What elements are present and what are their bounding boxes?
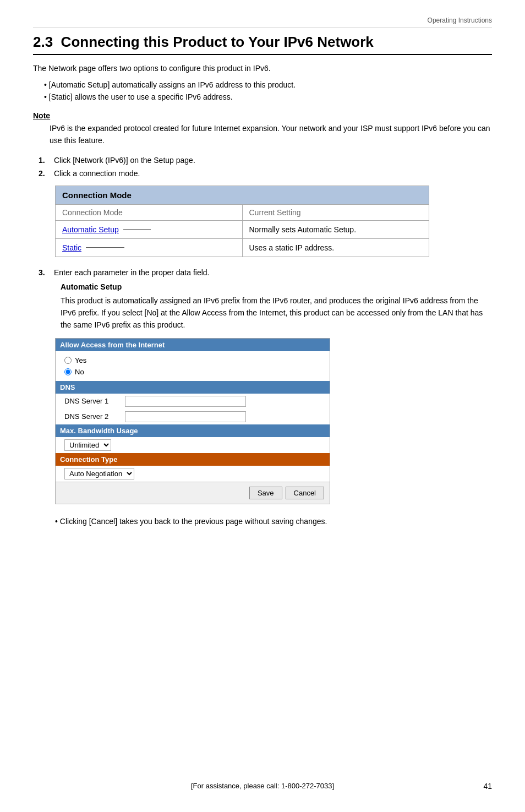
section-title: 2.3 Connecting this Product to Your IPv6…	[33, 34, 492, 55]
connection-mode-table: Connection Mode Connection Mode Current …	[55, 186, 429, 257]
intro-bullets: [Automatic Setup] automatically assigns …	[44, 79, 492, 103]
connection-type-row: Auto Negotiation	[56, 466, 330, 482]
step-1-number: 1.	[39, 156, 50, 165]
static-link[interactable]: Static	[62, 243, 81, 252]
auto-setup-text: This product is automatically assigned a…	[61, 295, 492, 331]
step-2-text: Click a connection mode.	[54, 169, 140, 178]
step-3-text: Enter each parameter in the proper data …	[54, 268, 210, 277]
intro-text: The Network page offers two options to c…	[33, 63, 492, 74]
section-heading: Connecting this Product to Your IPv6 Net…	[61, 34, 374, 50]
bandwidth-header: Max. Bandwidth Usage	[56, 424, 330, 437]
page-footer: [For assistance, please call: 1-800-272-…	[0, 782, 525, 790]
allow-access-content: Yes No	[56, 351, 330, 381]
step-3: 3. Enter each parameter in the proper da…	[39, 268, 492, 277]
setting-static: Uses a static IP address.	[243, 239, 429, 257]
radio-no[interactable]	[64, 368, 72, 375]
connection-type-select[interactable]: Auto Negotiation	[64, 468, 134, 479]
radio-yes-label: Yes	[75, 356, 86, 364]
steps-container: 1. Click [Network (IPv6)] on the Setup p…	[33, 156, 492, 178]
table-header-row: Connection Mode Current Setting	[56, 205, 429, 221]
connection-type-header: Connection Type	[56, 453, 330, 466]
footer-bullet: Clicking [Cancel] takes you back to the …	[55, 515, 492, 527]
cancel-button[interactable]: Cancel	[286, 487, 324, 499]
step-2-number: 2.	[39, 169, 50, 178]
radio-no-label: No	[75, 368, 84, 376]
dns-server2-row: DNS Server 2	[56, 409, 330, 424]
step-1: 1. Click [Network (IPv6)] on the Setup p…	[39, 156, 492, 165]
table-header-col2: Current Setting	[243, 205, 429, 220]
table-header-col1: Connection Mode	[56, 205, 243, 220]
auto-setup-heading: Automatic Setup	[61, 282, 492, 291]
dns-server1-input[interactable]	[125, 396, 246, 407]
page-header: Operating Instructions	[33, 17, 492, 28]
dns-server2-label: DNS Server 2	[64, 412, 119, 421]
table-title: Connection Mode	[56, 186, 429, 205]
radio-no-row[interactable]: No	[64, 366, 321, 378]
bullet-item-1: [Automatic Setup] automatically assigns …	[44, 79, 492, 91]
section-number: 2.3	[33, 34, 53, 50]
radio-yes[interactable]	[64, 357, 72, 364]
bandwidth-select[interactable]: Unlimited	[64, 439, 111, 451]
note-text: IPv6 is the expanded protocol created fo…	[50, 122, 492, 147]
allow-access-header: Allow Access from the Internet	[56, 339, 330, 351]
table-row-1: Automatic Setup Normally sets Automatic …	[56, 221, 429, 239]
mode-static[interactable]: Static	[56, 239, 243, 257]
mode-automatic-setup[interactable]: Automatic Setup	[56, 221, 243, 238]
note-section: Note IPv6 is the expanded protocol creat…	[33, 111, 492, 147]
page-number: 41	[483, 782, 492, 791]
header-text: Operating Instructions	[428, 17, 492, 24]
ui-settings-box: Allow Access from the Internet Yes No DN…	[55, 338, 330, 504]
step-3-number: 3.	[39, 268, 50, 277]
bandwidth-row: Unlimited	[56, 437, 330, 453]
dns-header: DNS	[56, 381, 330, 394]
setting-automatic: Normally sets Automatic Setup.	[243, 221, 429, 238]
radio-yes-row[interactable]: Yes	[64, 355, 321, 366]
automatic-setup-link[interactable]: Automatic Setup	[62, 225, 119, 234]
footer-text: [For assistance, please call: 1-800-272-…	[0, 782, 525, 790]
bullet-item-2: [Static] allows the user to use a specif…	[44, 91, 492, 103]
dns-server2-input[interactable]	[125, 411, 246, 422]
note-label: Note	[33, 111, 492, 120]
dns-server1-label: DNS Server 1	[64, 397, 119, 405]
table-row-2: Static Uses a static IP address.	[56, 239, 429, 257]
dns-server1-row: DNS Server 1	[56, 394, 330, 409]
button-row: Save Cancel	[56, 482, 330, 504]
save-button[interactable]: Save	[249, 487, 282, 499]
step-1-text: Click [Network (IPv6)] on the Setup page…	[54, 156, 195, 165]
step-2: 2. Click a connection mode.	[39, 169, 492, 178]
